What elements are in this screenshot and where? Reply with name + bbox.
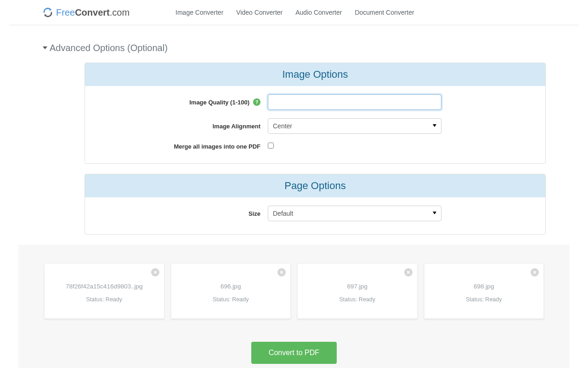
help-icon[interactable]: ?	[253, 98, 260, 106]
file-area: 78f26f42a15c416d9803..jpg Status: Ready …	[18, 245, 570, 368]
image-quality-row: Image Quality (1-100) ?	[93, 94, 537, 110]
image-alignment-label: Image Alignment	[213, 123, 260, 130]
image-alignment-select[interactable]: Center	[268, 118, 441, 134]
merge-pdf-checkbox[interactable]	[268, 143, 274, 149]
file-card: 78f26f42a15c416d9803..jpg Status: Ready	[44, 263, 164, 319]
logo-text-convert: Convert	[75, 7, 110, 18]
nav-image-converter[interactable]: Image Converter	[175, 9, 223, 16]
file-card: 697.jpg Status: Ready	[297, 263, 418, 319]
nav-audio-converter[interactable]: Audio Converter	[295, 9, 342, 16]
convert-button[interactable]: Convert to PDF	[251, 342, 337, 364]
file-status: Status: Ready	[303, 296, 412, 303]
page-size-row: Size Default	[93, 206, 537, 221]
file-name: 696.jpg	[177, 283, 285, 290]
main-content: Advanced Options (Optional) Image Option…	[0, 43, 588, 235]
logo[interactable]: FreeConvert.com	[42, 7, 130, 18]
file-card: 698.jpg Status: Ready	[424, 263, 544, 319]
file-name: 697.jpg	[303, 283, 412, 290]
image-alignment-row: Image Alignment Center	[93, 118, 537, 134]
caret-down-icon	[42, 44, 48, 52]
logo-text-com: .com	[110, 7, 130, 18]
page-options-heading: Page Options	[85, 174, 545, 197]
refresh-circle-icon	[42, 7, 53, 18]
close-icon[interactable]	[531, 268, 539, 276]
merge-pdf-row: Merge all images into one PDF	[93, 142, 537, 150]
nav-document-converter[interactable]: Document Converter	[355, 9, 414, 16]
advanced-options-toggle[interactable]: Advanced Options (Optional)	[42, 43, 546, 53]
image-quality-input[interactable]	[268, 94, 441, 110]
page-options-body: Size Default	[85, 197, 545, 234]
file-card: 696.jpg Status: Ready	[171, 263, 291, 319]
page-size-label: Size	[249, 210, 260, 217]
header: FreeConvert.com Image Converter Video Co…	[9, 0, 579, 25]
image-options-body: Image Quality (1-100) ? Image Alignment …	[85, 86, 545, 163]
file-grid: 78f26f42a15c416d9803..jpg Status: Ready …	[44, 263, 544, 319]
advanced-options-title: Advanced Options (Optional)	[50, 43, 168, 53]
close-icon[interactable]	[151, 268, 159, 276]
nav-video-converter[interactable]: Video Converter	[236, 9, 283, 16]
file-status: Status: Ready	[177, 296, 285, 303]
main-nav: Image Converter Video Converter Audio Co…	[175, 9, 414, 16]
image-options-heading: Image Options	[85, 63, 545, 86]
file-status: Status: Ready	[50, 296, 158, 303]
close-icon[interactable]	[404, 268, 413, 276]
page-size-select[interactable]: Default	[268, 206, 441, 221]
image-quality-label: Image Quality (1-100)	[189, 99, 249, 106]
svg-marker-2	[43, 46, 47, 49]
file-name: 78f26f42a15c416d9803..jpg	[50, 283, 158, 290]
image-options-panel: Image Options Image Quality (1-100) ? Im…	[85, 63, 546, 164]
file-name: 698.jpg	[430, 283, 538, 290]
logo-text-free: Free	[56, 7, 75, 18]
file-status: Status: Ready	[430, 296, 538, 303]
page-options-panel: Page Options Size Default	[85, 174, 546, 235]
convert-button-wrap: Convert to PDF	[44, 342, 544, 364]
close-icon[interactable]	[277, 268, 286, 276]
merge-pdf-label: Merge all images into one PDF	[174, 143, 260, 150]
